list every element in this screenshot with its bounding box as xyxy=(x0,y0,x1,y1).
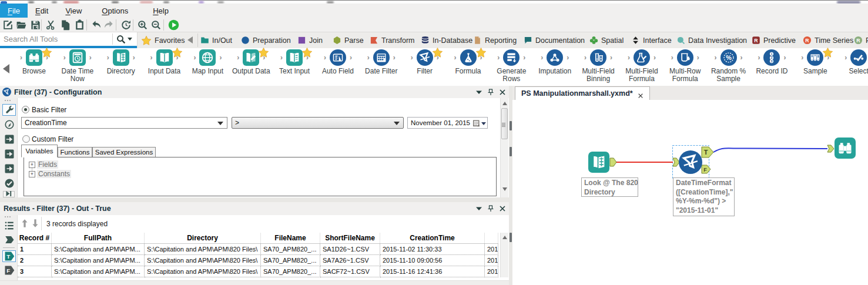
formula-tool-icon xyxy=(460,49,477,66)
undo-button[interactable] xyxy=(91,19,103,31)
tab-category-parse[interactable]: Parse xyxy=(333,32,364,48)
menu-item-help[interactable]: Help xyxy=(145,4,176,18)
tab-saved-expressions[interactable]: Saved Expressions xyxy=(92,147,156,157)
tab-category-preparation[interactable]: Preparation xyxy=(241,32,291,48)
tab-close-icon[interactable] xyxy=(638,90,644,96)
palette-tool-select[interactable]: ››Select xyxy=(832,49,868,75)
pin-icon[interactable] xyxy=(487,204,494,214)
search-icon[interactable] xyxy=(116,33,135,45)
calendar-icon[interactable] xyxy=(472,119,480,127)
menu-item-options[interactable]: Options xyxy=(94,4,136,18)
workflow-tab[interactable]: PS Manipulationmarshall.yxmd* xyxy=(515,86,650,100)
canvas-flag-icon[interactable] xyxy=(2,234,16,246)
tab-category-reporting[interactable]: Reporting xyxy=(473,32,517,48)
column-header[interactable]: FileName xyxy=(261,233,320,243)
table-row[interactable]: 1S:\Capitation and APM\APM...S:\Capitati… xyxy=(18,244,498,255)
tab-category-data-investigation[interactable]: Data Investigation xyxy=(676,32,747,48)
cut-button[interactable] xyxy=(45,19,57,31)
tab-category-in-database[interactable]: In-Database xyxy=(421,32,472,48)
tab-category-p[interactable]: RP xyxy=(854,32,868,48)
menu-item-file[interactable]: File xyxy=(0,4,28,18)
splitter-handle[interactable] xyxy=(510,121,512,130)
tab-functions[interactable]: Functions xyxy=(58,147,92,157)
save-button[interactable] xyxy=(29,19,42,31)
open-button[interactable] xyxy=(15,19,28,31)
column-header[interactable] xyxy=(485,233,498,243)
results-panel-title: Results - Filter (37) - Out - True xyxy=(4,204,111,213)
directory-tool-node[interactable] xyxy=(588,152,609,173)
close-icon[interactable] xyxy=(499,204,506,214)
false-output-icon[interactable]: F xyxy=(2,264,16,276)
basic-filter-radio[interactable] xyxy=(22,106,29,113)
splitter-handle[interactable] xyxy=(510,147,512,156)
menu-item-edit[interactable]: Edit xyxy=(28,4,56,18)
expand-strip-icon[interactable] xyxy=(3,191,15,197)
palette-tool-label: Multi-Field Binning xyxy=(576,68,621,83)
search-input[interactable]: Search All Tools xyxy=(0,32,137,46)
previous-record-icon[interactable] xyxy=(19,218,30,229)
menu-item-view[interactable]: View xyxy=(58,4,89,18)
copy-button[interactable] xyxy=(59,19,72,31)
column-header[interactable]: FullPath xyxy=(52,233,145,243)
browse-tool-node[interactable] xyxy=(835,138,856,159)
refresh-button[interactable] xyxy=(120,19,132,31)
run-button[interactable] xyxy=(167,19,180,31)
close-icon[interactable] xyxy=(499,88,506,98)
autofield-tool-icon xyxy=(330,49,346,66)
configuration-scrollbar[interactable] xyxy=(500,98,508,197)
tab-category-join[interactable]: Join xyxy=(297,32,323,48)
new-button[interactable] xyxy=(2,19,14,31)
workflow-canvas[interactable]: T F Look @ The 820 Directory DateTimeFor… xyxy=(512,100,868,285)
zoom-out-button[interactable] xyxy=(150,19,162,31)
scroll-up-icon[interactable] xyxy=(502,102,507,105)
tree-item-fields[interactable]: + Fields xyxy=(29,160,58,169)
check-circle-icon[interactable] xyxy=(2,177,16,189)
table-row[interactable]: 2S:\Capitation and APM\APM...S:\Capitati… xyxy=(18,255,498,266)
tab-category-documentation[interactable]: Documentation xyxy=(524,32,585,48)
tree-item-constants[interactable]: + Constants xyxy=(29,170,71,178)
results-scrollbar[interactable] xyxy=(500,233,508,277)
column-header[interactable]: Directory xyxy=(145,233,261,243)
tab-category-spatial[interactable]: Spatial xyxy=(589,32,624,48)
tab-category-time-series[interactable]: RTime Series xyxy=(803,32,853,48)
filter-tool-node[interactable] xyxy=(679,150,702,174)
splitter-handle[interactable] xyxy=(510,233,512,242)
zoom-in-button[interactable] xyxy=(136,19,149,31)
field-select[interactable]: CreationTime xyxy=(21,117,227,129)
datefilter-tool-icon xyxy=(373,49,390,66)
input-tab-icon[interactable] xyxy=(2,133,16,145)
column-header[interactable]: ShortFileName xyxy=(320,233,380,243)
performance-tab-icon[interactable] xyxy=(2,119,16,130)
redo-button[interactable] xyxy=(102,19,115,31)
custom-filter-radio[interactable] xyxy=(22,135,30,143)
next-record-icon[interactable] xyxy=(30,218,41,229)
table-row[interactable]: 3S:\Capitation and APM\APM...S:\Capitati… xyxy=(18,266,498,277)
directory-annotation[interactable]: Look @ The 820 Directory xyxy=(581,177,638,197)
date-caret-icon[interactable] xyxy=(481,122,486,125)
tab-category-in-out[interactable]: In/Out xyxy=(200,32,232,48)
scroll-down-icon[interactable] xyxy=(502,187,507,191)
panel-menu-icon[interactable] xyxy=(475,204,482,214)
tab-variables[interactable]: Variables xyxy=(21,145,58,157)
scroll-up-icon[interactable] xyxy=(502,236,507,239)
output-true-tab-icon[interactable] xyxy=(2,148,16,160)
expand-plus-icon[interactable]: + xyxy=(29,171,35,177)
tab-category-transform[interactable]: Transform xyxy=(370,32,415,48)
collapse-left-icon[interactable] xyxy=(187,36,194,45)
true-output-icon[interactable]: T xyxy=(2,250,16,262)
filter-annotation[interactable]: DateTimeFormat ([CreationTime]," %Y-%m-%… xyxy=(673,177,735,216)
column-header[interactable]: CreationTime xyxy=(380,233,485,243)
tab-favorites[interactable]: Favorites xyxy=(141,32,185,48)
operator-select[interactable]: > xyxy=(232,117,404,129)
date-picker[interactable]: November 01, 2015 xyxy=(407,117,488,129)
panel-menu-icon[interactable] xyxy=(475,88,482,98)
pin-icon[interactable] xyxy=(487,88,494,98)
configuration-tab-icon[interactable] xyxy=(2,104,16,116)
list-view-icon[interactable] xyxy=(2,220,16,232)
tab-category-predictive[interactable]: RPredictive xyxy=(752,32,796,48)
paste-button[interactable] xyxy=(73,19,86,31)
tab-category-interface[interactable]: Interface xyxy=(631,32,672,48)
expand-plus-icon[interactable]: + xyxy=(29,162,35,168)
output-false-tab-icon[interactable] xyxy=(2,163,16,175)
column-header[interactable]: Record # xyxy=(18,233,52,243)
